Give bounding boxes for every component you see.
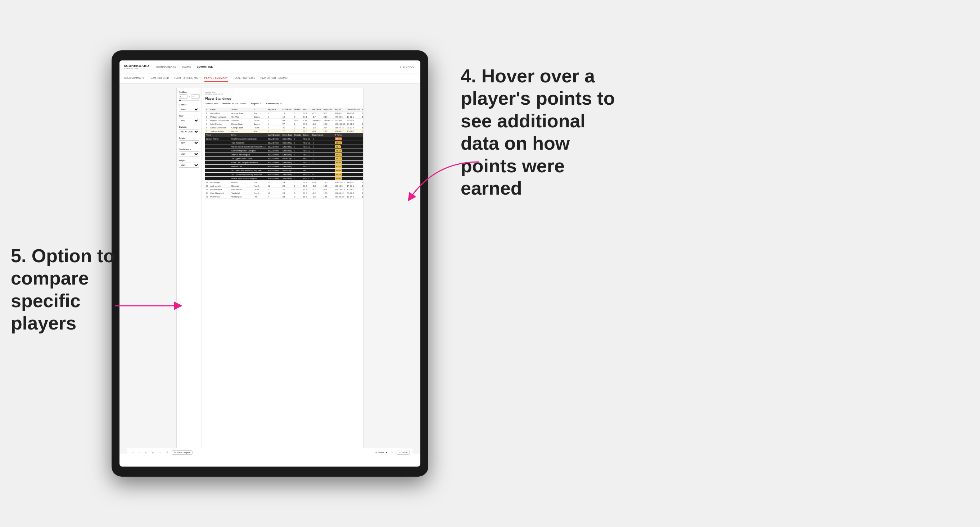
player-select[interactable]: (All): [179, 163, 199, 168]
table-row: 2 Michael La Sassie Ole Miss Second 1 18…: [205, 115, 363, 119]
col-top25: Vs Top 25: [361, 108, 363, 111]
col-reg-rank: Reg Rank: [267, 108, 282, 111]
annotation-4: 4. Hover over a player's points to see a…: [461, 65, 619, 199]
division-select[interactable]: NCAA Division I: [179, 129, 199, 134]
nav-tournaments[interactable]: TOURNAMENTS: [156, 65, 176, 69]
table-row: 22 Ian Gilligan Florida Third 10 24 1 68…: [205, 181, 363, 184]
table-row: 23 Jack Lundin Missouri Fourth 11 24 0 6…: [205, 184, 363, 188]
table-row: 5 Christo Lamprecht Georgia Tech Fourth …: [205, 126, 363, 130]
col-avg-to-par: Avg to-Par: [323, 108, 334, 111]
nav-teams[interactable]: TEAMS: [182, 65, 191, 69]
gender-filter: Gender: Men: [205, 103, 218, 105]
tooltip-data-row: Wake Forest Invitational at Pinehurst No…: [205, 145, 363, 149]
panel: No Rds. - Gender Men: [177, 88, 363, 449]
conference-label: Conference: [179, 148, 199, 150]
tooltip-data-row: Tiger Invitational NCAA Division I Strok…: [205, 141, 363, 145]
arrow-5-icon: [111, 295, 183, 317]
standings-table: # Player School Yr Reg Rank Conf Rank No…: [205, 108, 363, 198]
sub-nav-player-h2h-heatmap[interactable]: PLAYER H2H HEATMAP: [261, 75, 289, 82]
nav-items: TOURNAMENTS TEAMS COMMITTEE: [156, 65, 393, 69]
col-no-rds: No Rds.: [293, 108, 302, 111]
nav-separator: ·|: [399, 65, 401, 68]
gender-select[interactable]: Men: [179, 107, 199, 112]
logo: SCOREBOARD Powered by clippi: [124, 64, 149, 70]
main-content: No Rds. - Gender Men: [119, 83, 420, 454]
table-row: 24 Bastien Amat New Mexico Fourth 1 27 2…: [205, 188, 363, 191]
year-section: Year (All): [179, 115, 199, 123]
table-row: 25 Cole Sherwood Vanderbilt Fourth 12 24…: [205, 191, 363, 195]
tooltip-header-row: Player Event Event Division Event Type R…: [205, 133, 363, 137]
no-rds-from-input[interactable]: [179, 94, 188, 98]
nav-bar: SCOREBOARD Powered by clippi TOURNAMENTS…: [119, 60, 420, 73]
no-rds-section: No Rds. -: [179, 91, 199, 101]
year-label: Year: [179, 115, 199, 117]
sub-nav-team-summary[interactable]: TEAM SUMMARY: [124, 75, 144, 82]
filter-row: Gender: Men Division: NCAA Division I Re…: [205, 103, 360, 105]
highlighted-row: 6 Jackson Koivun Auburn First 2 27 1 67.…: [205, 130, 363, 133]
section-title: Player Standings: [205, 97, 360, 100]
sub-nav-player-h2h-grid[interactable]: PLAYER H2H GRID: [233, 75, 256, 82]
table-row: 4 Luke Clanton Florida State Second 5 27…: [205, 122, 363, 126]
region-label: Region: [179, 137, 199, 139]
col-adj: Adj. Score: [311, 108, 323, 111]
col-yr: Yr: [253, 108, 267, 111]
region-select[interactable]: N/A: [179, 140, 199, 145]
sub-nav-player-summary[interactable]: PLAYER SUMMARY: [204, 75, 228, 82]
content-area: Update time:27/03/2024 16:56:26 Player S…: [202, 88, 363, 449]
bottom-bar: ↺ ↻ ⊡ ⊞ ··· ⏱ 👁 View: Original 👁: [202, 448, 363, 449]
year-select[interactable]: (All): [179, 118, 199, 123]
col-rank: #: [205, 108, 209, 111]
no-rds-slider[interactable]: [179, 100, 199, 101]
no-rds-to-input[interactable]: [191, 94, 200, 98]
sub-nav: TEAM SUMMARY TEAM H2H GRID TEAM H2H HEAT…: [119, 73, 420, 83]
sub-nav-team-h2h-heatmap[interactable]: TEAM H2H HEATMAP: [174, 75, 199, 82]
col-school: School: [230, 108, 253, 111]
update-time: Update time:27/03/2024 16:56:26: [205, 91, 360, 95]
tooltip-data-row: Southern Highlands Collegiate NCAA Divis…: [205, 149, 363, 153]
annotation-5: 5. Option to compare specific players: [11, 244, 119, 335]
division-label: Division: [179, 126, 199, 128]
tooltip-data-row: SEC Stroke Play hosted by Jerry Pate NCA…: [205, 173, 363, 177]
region-section: Region N/A: [179, 137, 199, 145]
tooltip-data-row: Fallen Oak Collegiate Invitational NCAA …: [205, 161, 363, 165]
conference-filter: Conference: All: [266, 103, 282, 105]
nav-right: ·| Sign out: [399, 65, 416, 69]
tablet-frame: SCOREBOARD Powered by clippi TOURNAMENTS…: [111, 50, 428, 477]
tablet-screen: SCOREBOARD Powered by clippi TOURNAMENTS…: [119, 60, 420, 467]
table-row: 1 Wenyi Ding Arizona State First 1 15 1 …: [205, 111, 363, 115]
tooltip-data-row: SEC Match Play hosted by Jerry Pate NCAA…: [205, 169, 363, 173]
col-avg-sg: Avg SG: [334, 108, 346, 111]
sub-nav-team-h2h-grid[interactable]: TEAM H2H GRID: [150, 75, 169, 82]
sidebar: No Rds. - Gender Men: [177, 88, 202, 449]
tooltip-data-row: Jackson Koivun UNCW Seahawk Intercollegi…: [205, 137, 363, 141]
player-section: Player (All): [179, 159, 199, 168]
division-filter: Division: NCAA Division I: [222, 103, 248, 105]
col-player: Player: [209, 108, 230, 111]
sign-out-button[interactable]: Sign out: [403, 65, 416, 69]
arrow-4-icon: [382, 155, 482, 212]
col-overall: Overall Record: [346, 108, 361, 111]
gender-section: Gender Men: [179, 103, 199, 112]
logo-sub: Powered by clippi: [124, 68, 149, 70]
conference-section: Conference (All): [179, 148, 199, 157]
division-section: Division NCAA Division I: [179, 126, 199, 134]
player-label: Player: [179, 159, 199, 162]
table-row: 3 Michael Thorbjornsen Stanford Fourth 1…: [205, 119, 363, 122]
region-filter: Region: All: [251, 103, 262, 105]
tooltip-data-row: Amer An Intercollegiate NCAA Division I …: [205, 153, 363, 157]
no-rds-label: No Rds.: [179, 91, 199, 93]
tooltip-data-row: Williams Cup NCAA Division I Stroke Play…: [205, 165, 363, 169]
col-wins: Wins: [302, 108, 311, 111]
tooltip-data-row: The Cypress Point Classic NCAA Division …: [205, 157, 363, 161]
gender-label: Gender: [179, 103, 199, 106]
tooltip-data-row: Mirabei Maui Jim Intercollegiate NCAA Di…: [205, 177, 363, 181]
col-conf-rank: Conf Rank: [282, 108, 293, 111]
table-row: 26 Petr Hruby Washington Fifth 7 23 0 68…: [205, 195, 363, 198]
conference-select[interactable]: (All): [179, 151, 199, 157]
nav-committee[interactable]: COMMITTEE: [197, 65, 213, 69]
